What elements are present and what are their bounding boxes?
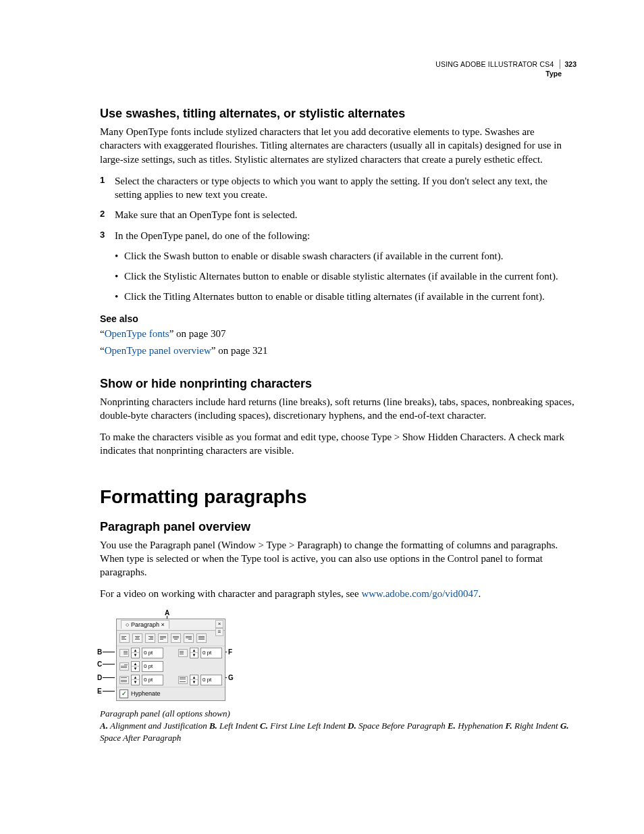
see-also-heading: See also (100, 313, 576, 324)
space-before-icon (119, 676, 129, 684)
callout-c: C (97, 660, 102, 668)
val-b: Left Indent (217, 721, 260, 731)
step-3: In the OpenType panel, do one of the fol… (100, 229, 576, 242)
key-e: E. (448, 721, 456, 731)
right-indent-field[interactable]: 0 pt (200, 648, 222, 658)
spinner[interactable]: ▲▼ (131, 661, 140, 672)
val-f: Right Indent (512, 721, 560, 731)
first-line-indent-field[interactable]: 0 pt (142, 661, 163, 672)
figure-caption: Paragraph panel (all options shown) A. A… (100, 708, 576, 745)
bullet-stylistic: Click the Stylistic Alternates button to… (115, 269, 576, 283)
callout-e: E (97, 687, 102, 695)
justify-right-icon[interactable] (184, 633, 194, 643)
content: Use swashes, titling alternates, or styl… (100, 107, 576, 744)
callout-line (103, 677, 115, 678)
align-left-icon[interactable] (119, 633, 130, 643)
align-center-icon[interactable] (132, 633, 142, 643)
first-line-indent-icon (119, 662, 129, 671)
callout-line (103, 691, 115, 692)
link-opentype-fonts[interactable]: OpenType fonts (105, 328, 169, 339)
spinner[interactable]: ▲▼ (131, 675, 140, 685)
indent-row-1: ▲▼ 0 pt ▲▼ 0 pt (117, 646, 225, 660)
callout-line (103, 664, 115, 664)
paragraph-panel-p1: You use the Paragraph panel (Window > Ty… (100, 538, 576, 579)
space-after-icon (178, 676, 188, 684)
heading-formatting-paragraphs: Formatting paragraphs (100, 486, 576, 508)
hyphenate-row: ✓ Hyphenate (117, 687, 225, 700)
space-before-field[interactable]: 0 pt (142, 675, 163, 685)
key-g: G. (560, 721, 569, 731)
val-d: Space Before Paragraph (356, 721, 448, 731)
space-after-field[interactable]: 0 pt (200, 675, 222, 685)
panel-menu-icon[interactable]: ≡ (215, 628, 223, 636)
heading-nonprinting: Show or hide nonprinting characters (100, 377, 576, 391)
justify-left-icon[interactable] (158, 633, 168, 643)
left-indent-icon (119, 649, 129, 657)
panel-tab[interactable]: ○ Paragraph × (121, 620, 169, 629)
doc-title: USING ADOBE ILLUSTRATOR CS4 (435, 60, 554, 68)
spinner[interactable]: ▲▼ (190, 675, 198, 685)
diagram: A B C D E F G ○ Paragraph × (97, 609, 232, 704)
chapter-name: Type (435, 69, 576, 78)
spinner[interactable]: ▲▼ (131, 648, 140, 658)
figure-paragraph-panel: A B C D E F G ○ Paragraph × (100, 609, 576, 745)
callout-g: G (228, 674, 234, 681)
key-d: D. (348, 721, 356, 731)
see-also-2: “OpenType panel overview” on page 321 (100, 345, 576, 357)
key-a: A. (100, 721, 108, 731)
key-b: B. (209, 721, 217, 731)
paragraph-panel: ○ Paragraph × × ≡ (116, 619, 225, 701)
hyphenate-label: Hyphenate (131, 690, 161, 697)
step-2: Make sure that an OpenType font is selec… (100, 208, 576, 221)
callout-f: F (228, 648, 232, 656)
bullet-list: Click the Swash button to enable or disa… (115, 249, 576, 304)
figcap-title: Paragraph panel (all options shown) (100, 708, 576, 720)
ref-tail: ” on page 321 (211, 345, 268, 356)
key-f: F. (506, 721, 512, 731)
quote-open: “ (100, 328, 105, 339)
paragraph-panel-p2: For a video on working with character an… (100, 587, 576, 600)
close-icon[interactable]: × (215, 620, 223, 628)
nonprinting-p2: To make the characters visible as you fo… (100, 430, 576, 458)
video-post: . (479, 588, 481, 599)
bullet-swash: Click the Swash button to enable or disa… (115, 249, 576, 263)
video-pre: For a video on working with character an… (100, 588, 361, 599)
justify-all-icon[interactable] (196, 633, 207, 643)
link-video[interactable]: www.adobe.com/go/vid0047 (361, 588, 478, 599)
val-e: Hyphenation (456, 721, 506, 731)
val-c: First Line Left Indent (268, 721, 348, 731)
right-indent-icon (178, 649, 188, 657)
steps-list: Select the characters or type objects to… (100, 174, 576, 242)
hyphenate-checkbox[interactable]: ✓ (119, 689, 128, 698)
val-g: Space After Paragraph (100, 733, 181, 743)
bullet-titling: Click the Titling Alternates button to e… (115, 290, 576, 303)
justify-center-icon[interactable] (171, 633, 181, 643)
spinner[interactable]: ▲▼ (190, 648, 198, 658)
panel-tabbar: ○ Paragraph × × ≡ (117, 619, 225, 631)
callout-line (103, 652, 115, 652)
page: USING ADOBE ILLUSTRATOR CS4 323 Type Use… (0, 0, 644, 834)
callout-d: D (97, 674, 102, 681)
see-also-1: “OpenType fonts” on page 307 (100, 328, 576, 340)
quote-open: “ (100, 345, 105, 356)
val-a: Alignment and Justification (108, 721, 209, 731)
intro-paragraph: Many OpenType fonts include stylized cha… (100, 125, 576, 166)
left-indent-field[interactable]: 0 pt (142, 648, 163, 658)
key-c: C. (260, 721, 268, 731)
heading-swashes: Use swashes, titling alternates, or styl… (100, 107, 576, 121)
running-header: USING ADOBE ILLUSTRATOR CS4 323 Type (435, 59, 576, 78)
space-row: ▲▼ 0 pt ▲▼ 0 pt (117, 673, 225, 687)
indent-row-2: ▲▼ 0 pt (117, 660, 225, 673)
alignment-row (117, 631, 225, 646)
heading-paragraph-panel: Paragraph panel overview (100, 520, 576, 534)
step-1: Select the characters or type objects to… (100, 174, 576, 202)
link-opentype-panel-overview[interactable]: OpenType panel overview (105, 345, 211, 356)
align-right-icon[interactable] (145, 633, 155, 643)
nonprinting-p1: Nonprinting characters include hard retu… (100, 395, 576, 423)
figcap-legend: A. Alignment and Justification B. Left I… (100, 720, 576, 744)
callout-b: B (97, 648, 102, 656)
page-number: 323 (560, 59, 576, 69)
ref-tail: ” on page 307 (169, 328, 226, 339)
